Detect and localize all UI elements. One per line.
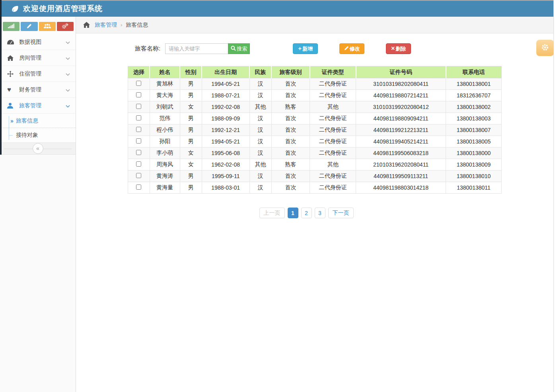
table-row: 李小萌女1995-06-08汉首次二代身份证440981199506083218… (128, 147, 502, 159)
edit-button[interactable]: 修改 (339, 43, 364, 54)
submenu-item-reception-target[interactable]: 接待对象 (0, 128, 76, 142)
cell-gender: 男 (180, 78, 202, 90)
cell-gender: 女 (180, 101, 202, 113)
page-button-3[interactable]: 3 (315, 208, 325, 218)
cell-gender: 男 (180, 136, 202, 147)
row-checkbox[interactable] (136, 92, 141, 97)
cell-phone: 13800138003 (446, 113, 502, 124)
delete-button[interactable]: × 删除 (386, 43, 411, 54)
cell-birth-date: 1962-02-08 (202, 159, 249, 171)
breadcrumb: 旅客管理 › 旅客信息 (76, 17, 555, 33)
settings-fab-button[interactable] (536, 40, 554, 56)
cell-birth-date: 1988-03-01 (202, 182, 249, 194)
cell-birth-date: 1995-09-11 (202, 171, 249, 182)
scrollbar-track[interactable] (553, 0, 555, 392)
sidebar-item-room-management[interactable]: 房间管理 (0, 50, 76, 66)
cell-id-type: 二代身份证 (310, 136, 356, 147)
col-header-phone: 联系电话 (446, 66, 502, 78)
sidebar-collapse-bar: « (0, 142, 76, 155)
cell-id-type: 其他 (310, 159, 356, 171)
breadcrumb-current: 旅客信息 (126, 21, 148, 29)
cell-birth-date: 1994-05-21 (202, 136, 249, 147)
row-select-cell (128, 147, 150, 159)
row-select-cell (128, 136, 150, 147)
heart-icon: ♥ (7, 86, 18, 93)
search-input[interactable] (165, 43, 228, 54)
sidebar-item-label: 旅客管理 (19, 102, 66, 109)
cell-name: 孙阳 (150, 136, 180, 147)
users-quick-button[interactable] (39, 22, 56, 31)
main-content: 旅客管理 › 旅客信息 旅客名称: 搜索 + 新增 (76, 17, 555, 392)
search-button[interactable]: 搜索 (228, 43, 250, 54)
settings-quick-button[interactable] (57, 22, 74, 31)
add-button[interactable]: + 新增 (293, 43, 318, 54)
pencil-icon (27, 23, 32, 30)
toolbar: 旅客名称: 搜索 + 新增 (128, 43, 502, 54)
cell-id-type: 其他 (310, 101, 356, 113)
cell-id-type: 二代身份证 (310, 124, 356, 136)
page-button-1[interactable]: 1 (288, 208, 298, 218)
cell-ethnicity: 汉 (249, 147, 271, 159)
cell-id-type: 二代身份证 (310, 113, 356, 124)
row-checkbox[interactable] (136, 115, 141, 120)
sidebar-item-guest-management[interactable]: 旅客管理 (0, 98, 76, 114)
left-edge-strip (0, 0, 2, 155)
cell-id-type: 二代身份证 (310, 78, 356, 90)
cell-phone: 18312636707 (446, 90, 502, 101)
row-checkbox[interactable] (136, 150, 141, 155)
sidebar-item-lodging-management[interactable]: 住宿管理 (0, 66, 76, 82)
row-checkbox[interactable] (136, 81, 141, 86)
next-page-button[interactable]: 下一页 (328, 208, 354, 218)
submenu-item-guest-info[interactable]: » 旅客信息 (0, 114, 76, 128)
row-checkbox[interactable] (136, 104, 141, 109)
chevron-down-icon (66, 55, 70, 61)
chart-quick-button[interactable] (3, 22, 19, 31)
page-button-2[interactable]: 2 (301, 208, 312, 218)
breadcrumb-section-link[interactable]: 旅客管理 (95, 21, 117, 29)
chevron-down-icon (66, 39, 70, 45)
row-checkbox[interactable] (136, 127, 141, 132)
cell-id-number: 310103198202080411 (356, 78, 446, 90)
home-icon[interactable] (83, 22, 90, 28)
row-select-cell (128, 159, 150, 171)
cell-phone: 13800138007 (446, 124, 502, 136)
prev-page-button[interactable]: 上一页 (259, 208, 285, 218)
cell-phone: 13800138001 (446, 78, 502, 90)
col-header-gender: 性别 (180, 66, 202, 78)
row-select-cell (128, 124, 150, 136)
table-row: 程小伟男1992-12-21汉首次二代身份证440981199212213211… (128, 124, 502, 136)
move-arrows-icon (7, 71, 18, 77)
cell-phone: 13800138010 (446, 171, 502, 182)
row-select-cell (128, 171, 150, 182)
cell-guest-level: 首次 (271, 171, 310, 182)
row-checkbox[interactable] (136, 173, 141, 178)
cell-ethnicity: 汉 (249, 113, 271, 124)
tree-tick (9, 135, 13, 136)
cell-name: 范伟 (150, 113, 180, 124)
cell-id-number: 440981198809094211 (356, 113, 446, 124)
sidebar-collapse-button[interactable]: « (33, 143, 43, 154)
cell-phone: 13800138002 (446, 101, 502, 113)
row-checkbox[interactable] (136, 161, 141, 167)
edit-quick-button[interactable] (21, 22, 37, 31)
sidebar-item-finance-management[interactable]: ♥ 财务管理 (0, 82, 76, 98)
cell-ethnicity: 汉 (249, 124, 271, 136)
row-checkbox[interactable] (136, 184, 141, 190)
row-select-cell (128, 78, 150, 90)
cell-birth-date: 1988-07-21 (202, 90, 249, 101)
table-row: 范伟男1988-09-09汉首次二代身份证4409811988090942111… (128, 113, 502, 124)
col-header-name: 姓名 (150, 66, 180, 78)
sidebar-item-label: 住宿管理 (19, 70, 66, 78)
col-header-birth-date: 出生日期 (202, 66, 249, 78)
chevron-down-icon (66, 87, 70, 93)
leaf-icon (10, 4, 19, 13)
sidebar-item-data-view[interactable]: 数据视图 (0, 34, 76, 50)
pagination: 上一页 1 2 3 下一页 (119, 208, 493, 218)
table-row: 黄海量男1988-03-01汉首次二代身份证440981198803014218… (128, 182, 502, 194)
cell-id-type: 二代身份证 (310, 182, 356, 194)
row-checkbox[interactable] (136, 138, 141, 144)
cell-birth-date: 1994-05-21 (202, 78, 249, 90)
cell-guest-level: 熟客 (271, 159, 310, 171)
col-header-guest-level: 旅客级别 (271, 66, 310, 78)
breadcrumb-separator: › (121, 22, 122, 28)
